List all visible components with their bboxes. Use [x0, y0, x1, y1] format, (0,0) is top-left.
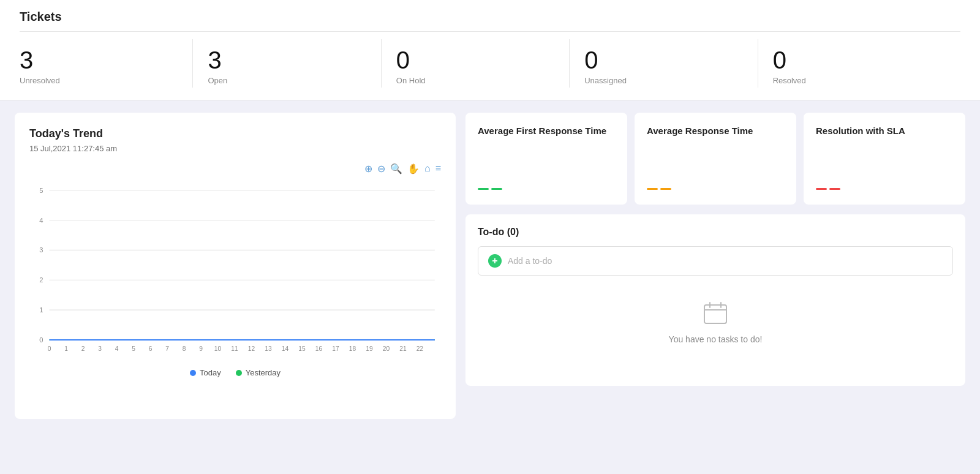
zoom-in-icon[interactable]: ⊕: [364, 163, 372, 175]
chart-area: 5 4 3 2 1 0: [29, 179, 441, 363]
dash1-avg-first-response: [478, 188, 489, 190]
metric-card-resolution-sla: Resolution with SLA: [804, 113, 965, 205]
todo-add-row[interactable]: + Add a to-do: [478, 246, 953, 276]
stat-label-open: Open: [208, 76, 366, 85]
trend-panel: Today's Trend 15 Jul,2021 11:27:45 am ⊕ …: [15, 113, 456, 419]
svg-text:18: 18: [349, 345, 356, 352]
menu-icon[interactable]: ≡: [435, 163, 441, 175]
trend-chart: 5 4 3 2 1 0: [29, 179, 441, 363]
svg-text:2: 2: [81, 345, 85, 352]
svg-text:10: 10: [214, 345, 222, 352]
svg-text:0: 0: [48, 345, 51, 352]
chart-legend: Today Yesterday: [29, 368, 441, 377]
stat-number-on-hold: 0: [396, 47, 554, 73]
trend-date: 15 Jul,2021 11:27:45 am: [29, 144, 441, 153]
svg-text:0: 0: [39, 336, 43, 344]
legend-yesterday: Yesterday: [236, 368, 281, 377]
todo-panel: To-do (0) + Add a to-do You have no task…: [466, 214, 965, 386]
svg-text:2: 2: [39, 276, 43, 284]
svg-text:9: 9: [199, 345, 203, 352]
stat-number-resolved: 0: [773, 47, 931, 73]
yesterday-label: Yesterday: [246, 368, 281, 377]
svg-text:8: 8: [183, 345, 186, 352]
svg-text:5: 5: [132, 345, 135, 352]
metric-title-avg-first-response: Average First Response Time: [478, 125, 615, 137]
metric-title-avg-response: Average Response Time: [647, 125, 784, 137]
stat-unassigned[interactable]: 0 Unassigned: [584, 39, 758, 88]
svg-text:11: 11: [231, 345, 238, 352]
svg-text:4: 4: [115, 345, 119, 352]
svg-text:15: 15: [298, 345, 306, 352]
stat-number-unassigned: 0: [584, 47, 742, 73]
stat-unresolved[interactable]: 3 Unresolved: [20, 39, 193, 88]
svg-text:19: 19: [366, 345, 373, 352]
main-content: Today's Trend 15 Jul,2021 11:27:45 am ⊕ …: [0, 100, 980, 431]
stat-number-unresolved: 3: [20, 47, 178, 73]
svg-text:20: 20: [383, 345, 390, 352]
metric-cards: Average First Response Time Average Resp…: [466, 113, 965, 205]
stat-label-unresolved: Unresolved: [20, 76, 178, 85]
home-icon[interactable]: ⌂: [424, 163, 431, 175]
svg-text:17: 17: [332, 345, 339, 352]
svg-text:1: 1: [39, 306, 43, 314]
svg-text:1: 1: [64, 345, 68, 352]
dash1-avg-response: [647, 188, 658, 190]
svg-text:16: 16: [315, 345, 323, 352]
dash2-avg-response: [660, 188, 671, 190]
tickets-section: Tickets 3 Unresolved 3 Open 0 On Hold 0 …: [0, 0, 980, 100]
todo-title: To-do (0): [478, 227, 953, 238]
todo-placeholder: Add a to-do: [508, 256, 552, 266]
svg-text:6: 6: [149, 345, 153, 352]
svg-text:4: 4: [39, 217, 43, 224]
stat-label-unassigned: Unassigned: [584, 76, 742, 85]
svg-text:21: 21: [399, 345, 407, 352]
stat-open[interactable]: 3 Open: [208, 39, 381, 88]
svg-text:5: 5: [39, 187, 43, 194]
svg-text:13: 13: [265, 345, 272, 352]
metric-card-avg-response: Average Response Time: [635, 113, 796, 205]
yesterday-dot: [236, 370, 242, 376]
dash2-resolution-sla: [829, 188, 840, 190]
stat-label-on-hold: On Hold: [396, 76, 554, 85]
today-dot: [190, 370, 196, 376]
metric-dash-avg-first-response: [478, 188, 615, 190]
stat-number-open: 3: [208, 47, 366, 73]
svg-text:3: 3: [39, 246, 43, 254]
svg-text:14: 14: [282, 345, 289, 352]
pan-icon[interactable]: ✋: [407, 163, 420, 175]
legend-today: Today: [190, 368, 221, 377]
tickets-title: Tickets: [20, 10, 960, 32]
metric-dash-resolution-sla: [816, 188, 953, 190]
stat-on-hold[interactable]: 0 On Hold: [396, 39, 570, 88]
trend-title: Today's Trend: [29, 127, 441, 140]
right-panel: Average First Response Time Average Resp…: [466, 113, 965, 386]
metric-dash-avg-response: [647, 188, 784, 190]
chart-toolbar: ⊕ ⊖ 🔍 ✋ ⌂ ≡: [29, 163, 441, 175]
tickets-stats: 3 Unresolved 3 Open 0 On Hold 0 Unassign…: [20, 39, 960, 88]
dash2-avg-first-response: [491, 188, 502, 190]
search-icon[interactable]: 🔍: [390, 163, 402, 175]
todo-add-icon[interactable]: +: [488, 254, 502, 268]
svg-text:3: 3: [98, 345, 102, 352]
svg-text:22: 22: [417, 345, 424, 352]
todo-empty-message: You have no tasks to do!: [669, 334, 763, 344]
todo-empty-state: You have no tasks to do!: [478, 290, 953, 354]
page-wrapper: Tickets 3 Unresolved 3 Open 0 On Hold 0 …: [0, 0, 980, 474]
svg-text:12: 12: [248, 345, 255, 352]
metric-card-avg-first-response: Average First Response Time: [466, 113, 627, 205]
today-label: Today: [200, 368, 221, 377]
zoom-out-icon[interactable]: ⊖: [377, 163, 385, 175]
svg-text:7: 7: [165, 345, 169, 352]
calendar-icon: [702, 300, 729, 327]
stat-label-resolved: Resolved: [773, 76, 931, 85]
svg-rect-36: [704, 305, 726, 323]
stat-resolved[interactable]: 0 Resolved: [773, 39, 946, 88]
metric-title-resolution-sla: Resolution with SLA: [816, 125, 953, 137]
dash1-resolution-sla: [816, 188, 827, 190]
